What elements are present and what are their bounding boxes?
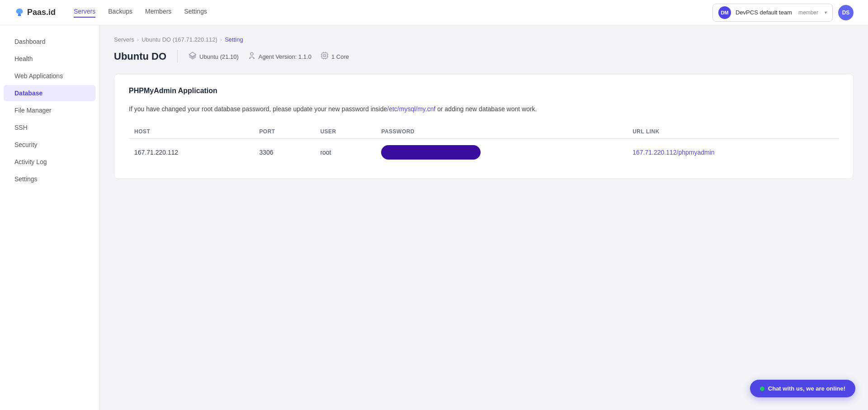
team-avatar: DM — [718, 6, 731, 19]
meta-agent: Agent Version: 1.1.0 — [248, 52, 311, 61]
sidebar-item-activity-log[interactable]: Activity Log — [4, 154, 95, 170]
nav-links: Servers Backups Members Settings — [74, 8, 207, 18]
team-name: DevPCS default team — [736, 9, 792, 16]
svg-point-4 — [250, 58, 250, 59]
brand-logo[interactable]: Paas.id — [14, 8, 56, 18]
nav-servers[interactable]: Servers — [74, 8, 95, 18]
cell-url: 167.71.220.112/phpmyadmin — [627, 139, 839, 166]
sidebar-item-database[interactable]: Database — [4, 85, 95, 101]
breadcrumb-servers[interactable]: Servers — [114, 36, 134, 43]
svg-point-2 — [250, 52, 253, 55]
url-link[interactable]: 167.71.220.112/phpmyadmin — [632, 149, 714, 156]
nav-settings[interactable]: Settings — [184, 8, 207, 18]
chevron-down-icon: ▾ — [825, 10, 827, 15]
chat-label: Chat with us, we are online! — [768, 385, 845, 392]
team-selector[interactable]: DM DevPCS default team member ▾ — [712, 4, 833, 22]
cpu-icon — [321, 52, 329, 61]
topnav-right: DM DevPCS default team member ▾ DS — [712, 4, 854, 22]
database-table: HOST Port User Password Url Link 167.71.… — [129, 125, 839, 166]
meta-cores: 1 Core — [321, 52, 349, 61]
breadcrumb-sep-1: › — [137, 36, 139, 43]
cores-label: 1 Core — [331, 53, 349, 60]
breadcrumb-sep-2: › — [220, 36, 222, 43]
cell-host: 167.71.220.112 — [129, 139, 254, 166]
nav-backups[interactable]: Backups — [108, 8, 132, 18]
sidebar: Dashboard Health Web Applications Databa… — [0, 25, 99, 410]
notice-text: If you have changed your root database p… — [129, 104, 839, 114]
breadcrumb-setting: Setting — [225, 36, 243, 43]
card-title: PHPMyAdmin Application — [129, 87, 839, 95]
layout: Dashboard Health Web Applications Databa… — [0, 25, 868, 410]
database-card: PHPMyAdmin Application If you have chang… — [114, 74, 854, 179]
svg-point-3 — [254, 58, 255, 59]
col-port: Port — [254, 125, 315, 139]
sidebar-item-settings[interactable]: Settings — [4, 171, 95, 187]
logo-icon — [14, 8, 24, 18]
table-header-row: HOST Port User Password Url Link — [129, 125, 839, 139]
os-label: Ubuntu (21.10) — [199, 53, 239, 60]
col-user: User — [315, 125, 376, 139]
page-header: Ubuntu DO Ubuntu (21.10) — [114, 50, 854, 63]
agent-label: Agent Version: 1.1.0 — [259, 53, 311, 60]
svg-rect-6 — [324, 55, 326, 57]
chat-button[interactable]: Chat with us, we are online! — [750, 380, 855, 397]
meta-os: Ubuntu (21.10) — [189, 52, 239, 61]
server-meta: Ubuntu (21.10) Agent Version: 1.1.0 — [189, 52, 349, 61]
svg-rect-0 — [18, 15, 21, 16]
sidebar-item-web-applications[interactable]: Web Applications — [4, 68, 95, 84]
cell-user: root — [315, 139, 376, 166]
page-title: Ubuntu DO — [114, 51, 166, 62]
main-content: Servers › Ubuntu DO (167.71.220.112) › S… — [99, 25, 868, 410]
notice-link[interactable]: /etc/mysql/my.cnf — [387, 105, 435, 113]
user-avatar[interactable]: DS — [838, 5, 854, 20]
password-masked — [381, 145, 481, 160]
agent-icon — [248, 52, 256, 61]
cell-password — [376, 139, 627, 166]
table-row: 167.71.220.112 3306 root 167.71.220.112/… — [129, 139, 839, 166]
breadcrumb: Servers › Ubuntu DO (167.71.220.112) › S… — [114, 36, 854, 43]
sidebar-item-ssh[interactable]: SSH — [4, 119, 95, 136]
breadcrumb-server-name[interactable]: Ubuntu DO (167.71.220.112) — [142, 36, 217, 43]
top-navigation: Paas.id Servers Backups Members Settings… — [0, 0, 868, 25]
col-password: Password — [376, 125, 627, 139]
nav-members[interactable]: Members — [145, 8, 171, 18]
online-indicator — [760, 386, 764, 391]
header-divider — [177, 50, 178, 63]
sidebar-item-file-manager[interactable]: File Manager — [4, 102, 95, 118]
svg-rect-5 — [322, 53, 327, 58]
topnav-left: Paas.id Servers Backups Members Settings — [14, 8, 207, 18]
col-url: Url Link — [627, 125, 839, 139]
brand-name: Paas.id — [27, 8, 56, 17]
col-host: HOST — [129, 125, 254, 139]
cell-port: 3306 — [254, 139, 315, 166]
sidebar-item-security[interactable]: Security — [4, 137, 95, 153]
layers-icon — [189, 52, 197, 61]
sidebar-item-health[interactable]: Health — [4, 51, 95, 67]
sidebar-item-dashboard[interactable]: Dashboard — [4, 33, 95, 50]
team-role: member — [798, 9, 818, 16]
